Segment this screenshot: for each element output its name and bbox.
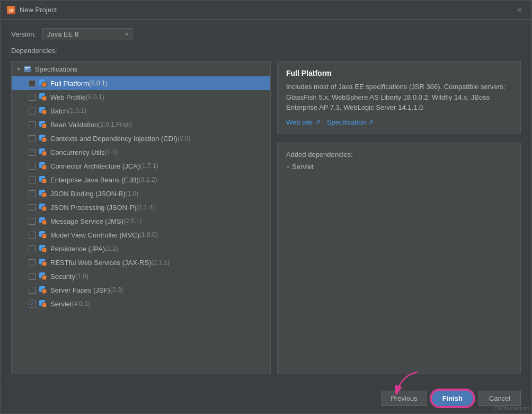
- item-name-jca: Connector Architecture (JCA): [50, 162, 140, 170]
- item-version-bean-validation: (2.0.1.Final): [98, 121, 132, 128]
- dep-icon-jms: [39, 217, 47, 225]
- checkbox-jsonb[interactable]: [29, 190, 36, 197]
- svg-rect-26: [42, 220, 47, 225]
- item-version-full-platform: (8.0.1): [89, 80, 108, 87]
- dep-icon-jca: [39, 162, 47, 170]
- watermark: CSDN·znwx.cn: [494, 406, 529, 411]
- checkbox-mvc[interactable]: [29, 232, 36, 239]
- checkbox-web-profile[interactable]: [29, 94, 36, 101]
- info-section: Full Platform Includes most of Java EE s…: [277, 61, 521, 134]
- dep-item-full-platform[interactable]: Full Platform (8.0.1): [12, 76, 270, 90]
- item-version-mvc: (1.0.0): [139, 231, 158, 239]
- item-version-ejb: (3.2.2): [139, 176, 157, 183]
- dep-item-servlet[interactable]: Servlet (4.0.1): [12, 297, 270, 311]
- item-version-jsonb: (1.0): [126, 190, 139, 197]
- dep-icon-cdi: [39, 134, 47, 143]
- svg-rect-30: [42, 248, 47, 252]
- dep-item-mvc[interactable]: Model View Controller (MVC) (1.0.0): [12, 228, 270, 242]
- remove-servlet-button[interactable]: ×: [286, 163, 290, 171]
- checkbox-jca[interactable]: [29, 163, 36, 170]
- svg-rect-16: [42, 151, 47, 156]
- dep-item-jsonb[interactable]: JSON Binding (JSON-B) (1.0): [12, 187, 270, 200]
- svg-rect-3: [25, 67, 30, 68]
- svg-rect-8: [42, 96, 47, 101]
- checkbox-jpa[interactable]: [29, 245, 36, 252]
- item-name-jaxrs: RESTful Web Services (JAX-RS): [50, 259, 151, 267]
- item-name-servlet: Servlet: [50, 300, 72, 308]
- svg-rect-22: [42, 192, 47, 197]
- item-version-jca: (1.7.1): [140, 162, 158, 170]
- dep-item-jms[interactable]: Message Service (JMS) (2.0.1): [12, 214, 270, 228]
- checkbox-servlet[interactable]: [29, 301, 36, 307]
- dep-item-jsf[interactable]: Server Faces (JSF) (2.3): [12, 283, 270, 297]
- dep-item-batch[interactable]: Batch (1.0.1): [12, 104, 270, 118]
- dep-item-ejb[interactable]: Enterprise Java Beans (EJB) (3.2.2): [12, 173, 270, 187]
- item-version-jpa: (2.2): [105, 245, 118, 252]
- checkbox-jsf[interactable]: [29, 287, 36, 294]
- svg-rect-32: [42, 261, 47, 266]
- dialog-body: Version: Java EE 8 Java EE 7 Jakarta EE …: [1, 20, 531, 383]
- svg-rect-18: [42, 165, 47, 170]
- info-title: Full Platform: [286, 69, 512, 77]
- dep-item-bean-validation[interactable]: Bean Validation (2.0.1.Final): [12, 118, 270, 131]
- dep-icon-ejb: [39, 175, 47, 184]
- dependencies-list-panel: ▼ Specifications: [11, 61, 271, 374]
- group-header-specifications[interactable]: ▼ Specifications: [12, 61, 270, 76]
- svg-rect-38: [42, 303, 47, 307]
- dep-item-jsonp[interactable]: JSON Processing (JSON-P) (1.1.4): [12, 200, 270, 214]
- cancel-button[interactable]: Cancel: [478, 391, 521, 406]
- finish-button[interactable]: Finish: [431, 390, 474, 407]
- right-panel: Full Platform Includes most of Java EE s…: [277, 61, 521, 374]
- item-version-batch: (1.0.1): [68, 107, 86, 114]
- title-bar: IJ New Project ×: [1, 1, 531, 20]
- checkbox-batch[interactable]: [29, 108, 36, 114]
- svg-rect-6: [42, 82, 47, 87]
- svg-rect-10: [42, 110, 47, 114]
- chevron-icon: ▼: [16, 66, 21, 72]
- website-link-text: Web site ↗: [286, 118, 321, 126]
- svg-rect-14: [42, 137, 47, 142]
- info-links: Web site ↗ Specification ↗: [286, 118, 512, 126]
- item-name-jsonp: JSON Processing (JSON-P): [50, 204, 137, 212]
- svg-rect-4: [25, 68, 29, 69]
- version-select[interactable]: Java EE 8 Java EE 7 Jakarta EE 9: [42, 28, 132, 40]
- checkbox-jsonp[interactable]: [29, 204, 36, 211]
- group-label: Specifications: [35, 65, 77, 73]
- checkbox-jms[interactable]: [29, 218, 36, 225]
- version-select-wrapper[interactable]: Java EE 8 Java EE 7 Jakarta EE 9: [42, 28, 132, 40]
- dep-item-cdi[interactable]: Contexts and Dependency Injection (CDI) …: [12, 131, 270, 145]
- dep-item-jaxrs[interactable]: RESTful Web Services (JAX-RS) (2.1.1): [12, 256, 270, 269]
- group-icon: [23, 65, 32, 73]
- checkbox-cdi[interactable]: [29, 135, 36, 142]
- item-name-jsf: Server Faces (JSF): [50, 286, 110, 294]
- dep-icon-web-profile: [39, 93, 47, 101]
- svg-rect-24: [42, 206, 47, 211]
- dep-icon-jsf: [39, 286, 47, 294]
- checkbox-jaxrs[interactable]: [29, 259, 36, 266]
- item-name-web-profile: Web Profile: [50, 93, 86, 101]
- dep-icon-jsonb: [39, 189, 47, 198]
- tree-container[interactable]: ▼ Specifications: [12, 61, 270, 374]
- website-link[interactable]: Web site ↗: [286, 118, 321, 126]
- checkbox-security[interactable]: [29, 273, 36, 280]
- specification-link-text: Specification ↗: [327, 118, 374, 126]
- dep-item-concurrency[interactable]: Concurrency Utils (1.1): [12, 145, 270, 159]
- checkbox-bean-validation[interactable]: [29, 121, 36, 128]
- dep-item-security[interactable]: Security (1.0): [12, 269, 270, 283]
- checkbox-ejb[interactable]: [29, 177, 36, 183]
- dep-item-jpa[interactable]: Persistence (JPA) (2.2): [12, 242, 270, 256]
- item-version-jsonp: (1.1.4): [137, 204, 155, 211]
- close-button[interactable]: ×: [514, 5, 525, 15]
- checkbox-concurrency[interactable]: [29, 149, 36, 156]
- dep-icon-batch: [39, 107, 47, 115]
- version-label: Version:: [11, 30, 36, 38]
- previous-button[interactable]: Previous: [382, 391, 427, 406]
- app-icon: IJ: [7, 6, 15, 14]
- dep-icon-servlet: [39, 300, 47, 308]
- dep-item-web-profile[interactable]: Web Profile (8.0.1): [12, 90, 270, 104]
- item-name-jsonb: JSON Binding (JSON-B): [50, 190, 126, 198]
- item-version-cdi: (2.0): [178, 135, 191, 142]
- specification-link[interactable]: Specification ↗: [327, 118, 374, 126]
- checkbox-full-platform[interactable]: [29, 80, 36, 87]
- dep-item-jca[interactable]: Connector Architecture (JCA) (1.7.1): [12, 159, 270, 173]
